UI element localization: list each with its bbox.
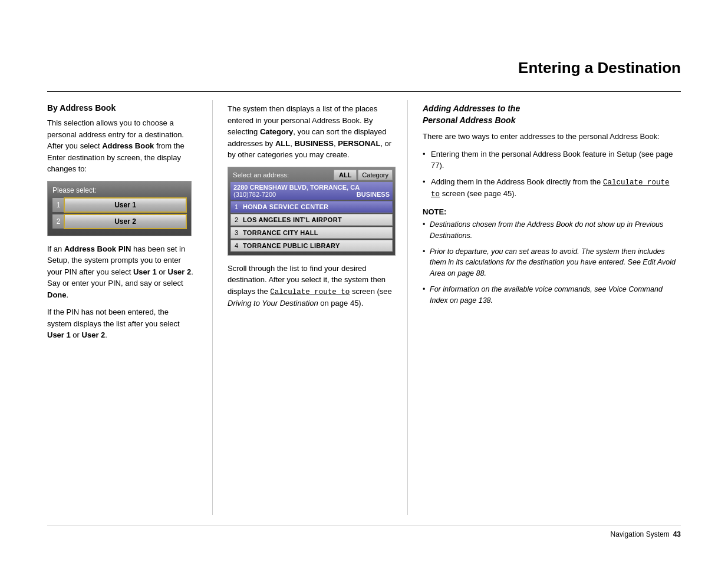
note-item-2: Prior to departure, you can set areas to… <box>423 246 681 279</box>
left-para1: This selection allows you to choose a pe… <box>47 117 195 175</box>
ui-row-2[interactable]: 2 User 2 <box>52 214 186 229</box>
addr-list-num: 2 <box>231 216 242 223</box>
note-item-3: For information on the available voice c… <box>423 284 681 306</box>
ui-row-1[interactable]: 1 User 1 <box>52 198 186 212</box>
col-divider-2 <box>407 100 408 515</box>
left-para1-bold1: Address Book <box>102 141 154 150</box>
left-para3: If the PIN has not been entered, the sys… <box>47 306 195 341</box>
note-item-1: Destinations chosen from the Address Boo… <box>423 219 681 242</box>
addr-selected-address: 2280 CRENSHAW BLVD, TORRANCE, CA <box>233 184 390 191</box>
right-bullet-list: • Entering them in the personal Address … <box>423 148 681 201</box>
left-heading: By Address Book <box>47 103 195 113</box>
footer-nav-system: Navigation System <box>611 530 670 538</box>
right-bullet-2: • Adding them in the Address Book direct… <box>423 176 681 201</box>
col-middle: The system then displays a list of the p… <box>219 100 401 515</box>
page-title-area: Entering a Destination <box>518 59 681 77</box>
addr-selected-sub: (310)782-7200 BUSINESS <box>233 191 390 198</box>
col-left: By Address Book This selection allows yo… <box>47 100 206 515</box>
page-title: Entering a Destination <box>518 59 681 77</box>
addr-selected-type: BUSINESS <box>357 191 390 198</box>
addr-list-text: TORRANCE CITY HALL <box>242 227 392 238</box>
addr-list-container: 1HONDA SERVICE CENTER2LOS ANGELES INT'L … <box>230 201 393 252</box>
ui-row-2-btn[interactable]: User 2 <box>64 214 186 229</box>
please-select-widget: Please select: 1 User 1 2 User 2 <box>47 181 192 236</box>
content-area: By Address Book This selection allows yo… <box>47 100 681 515</box>
right-bullet-1-text: Entering them in the personal Address Bo… <box>431 150 673 170</box>
addr-list-text: LOS ANGELES INT'L AIRPORT <box>242 214 392 225</box>
addr-list-item[interactable]: 1HONDA SERVICE CENTER <box>230 201 393 213</box>
addr-list-num: 3 <box>231 229 242 236</box>
ui-label: Please select: <box>52 186 186 194</box>
col-divider-1 <box>212 100 213 515</box>
ui-row-1-num: 1 <box>52 200 64 210</box>
right-heading: Adding Addresses to the Personal Address… <box>423 103 681 126</box>
footer: Navigation System 43 <box>47 525 681 538</box>
footer-page-number: 43 <box>673 530 681 538</box>
addr-list-text: TORRANCE PUBLIC LIBRARY <box>242 240 392 251</box>
addr-selected-row: 2280 CRENSHAW BLVD, TORRANCE, CA (310)78… <box>230 182 393 200</box>
addr-selected-phone: (310)782-7200 <box>233 191 276 198</box>
middle-para1: The system then displays a list of the p… <box>228 103 393 161</box>
note-heading: NOTE: <box>423 207 681 216</box>
col-right: Adding Addresses to the Personal Address… <box>414 100 681 515</box>
addr-list-num: 4 <box>231 242 242 249</box>
left-para2: If an Address Book PIN has been set in S… <box>47 243 195 301</box>
note-list: Destinations chosen from the Address Boo… <box>423 219 681 306</box>
right-bullet-1: • Entering them in the personal Address … <box>423 148 681 171</box>
right-heading-line2: Personal Address Book <box>423 115 515 125</box>
addr-list-num: 1 <box>231 203 242 210</box>
middle-para2: Scroll through the list to find your des… <box>228 263 393 309</box>
addr-list-item[interactable]: 3TORRANCE CITY HALL <box>230 227 393 239</box>
addr-list-text: HONDA SERVICE CENTER <box>242 201 392 212</box>
addr-list-item[interactable]: 2LOS ANGELES INT'L AIRPORT <box>230 214 393 226</box>
address-book-widget: Select an address: ALL Category 2280 CRE… <box>228 167 396 256</box>
right-heading-line1: Adding Addresses to the <box>423 104 520 113</box>
ui-row-2-num: 2 <box>52 216 64 227</box>
addr-btn-category[interactable]: Category <box>358 170 393 180</box>
right-para1: There are two ways to enter addresses to… <box>423 131 681 143</box>
addr-list-item[interactable]: 4TORRANCE PUBLIC LIBRARY <box>230 240 393 252</box>
addr-btn-all[interactable]: ALL <box>334 170 357 180</box>
ui-row-1-btn[interactable]: User 1 <box>64 198 186 212</box>
top-rule <box>47 91 681 92</box>
addr-header-label: Select an address: <box>230 170 334 180</box>
addr-header: Select an address: ALL Category <box>230 170 393 180</box>
